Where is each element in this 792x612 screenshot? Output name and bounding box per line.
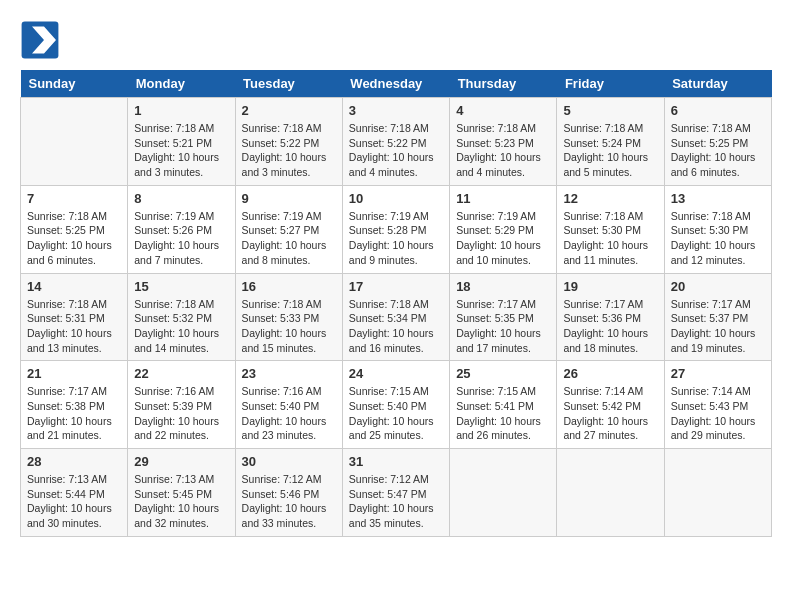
day-info: Sunrise: 7:18 AM Sunset: 5:21 PM Dayligh…	[134, 121, 228, 180]
calendar-cell	[664, 449, 771, 537]
calendar-cell: 11Sunrise: 7:19 AM Sunset: 5:29 PM Dayli…	[450, 185, 557, 273]
day-number: 28	[27, 454, 121, 469]
calendar-cell	[450, 449, 557, 537]
calendar-header: SundayMondayTuesdayWednesdayThursdayFrid…	[21, 70, 772, 98]
day-number: 19	[563, 279, 657, 294]
calendar-body: 1Sunrise: 7:18 AM Sunset: 5:21 PM Daylig…	[21, 98, 772, 537]
day-info: Sunrise: 7:18 AM Sunset: 5:25 PM Dayligh…	[671, 121, 765, 180]
day-number: 10	[349, 191, 443, 206]
day-number: 6	[671, 103, 765, 118]
calendar-cell: 7Sunrise: 7:18 AM Sunset: 5:25 PM Daylig…	[21, 185, 128, 273]
day-info: Sunrise: 7:16 AM Sunset: 5:40 PM Dayligh…	[242, 384, 336, 443]
day-number: 5	[563, 103, 657, 118]
day-number: 4	[456, 103, 550, 118]
calendar-cell: 12Sunrise: 7:18 AM Sunset: 5:30 PM Dayli…	[557, 185, 664, 273]
calendar-cell: 16Sunrise: 7:18 AM Sunset: 5:33 PM Dayli…	[235, 273, 342, 361]
calendar-cell: 23Sunrise: 7:16 AM Sunset: 5:40 PM Dayli…	[235, 361, 342, 449]
day-info: Sunrise: 7:18 AM Sunset: 5:24 PM Dayligh…	[563, 121, 657, 180]
day-info: Sunrise: 7:18 AM Sunset: 5:33 PM Dayligh…	[242, 297, 336, 356]
day-number: 9	[242, 191, 336, 206]
day-number: 1	[134, 103, 228, 118]
day-info: Sunrise: 7:19 AM Sunset: 5:27 PM Dayligh…	[242, 209, 336, 268]
weekday-header-tuesday: Tuesday	[235, 70, 342, 98]
weekday-header-sunday: Sunday	[21, 70, 128, 98]
day-number: 17	[349, 279, 443, 294]
day-info: Sunrise: 7:19 AM Sunset: 5:28 PM Dayligh…	[349, 209, 443, 268]
day-number: 20	[671, 279, 765, 294]
week-row-5: 28Sunrise: 7:13 AM Sunset: 5:44 PM Dayli…	[21, 449, 772, 537]
day-info: Sunrise: 7:18 AM Sunset: 5:25 PM Dayligh…	[27, 209, 121, 268]
weekday-header-friday: Friday	[557, 70, 664, 98]
day-info: Sunrise: 7:19 AM Sunset: 5:29 PM Dayligh…	[456, 209, 550, 268]
day-info: Sunrise: 7:18 AM Sunset: 5:30 PM Dayligh…	[563, 209, 657, 268]
day-info: Sunrise: 7:18 AM Sunset: 5:31 PM Dayligh…	[27, 297, 121, 356]
weekday-header-row: SundayMondayTuesdayWednesdayThursdayFrid…	[21, 70, 772, 98]
calendar-cell: 24Sunrise: 7:15 AM Sunset: 5:40 PM Dayli…	[342, 361, 449, 449]
calendar-cell: 1Sunrise: 7:18 AM Sunset: 5:21 PM Daylig…	[128, 98, 235, 186]
day-number: 29	[134, 454, 228, 469]
calendar-cell: 9Sunrise: 7:19 AM Sunset: 5:27 PM Daylig…	[235, 185, 342, 273]
day-number: 13	[671, 191, 765, 206]
day-number: 8	[134, 191, 228, 206]
day-number: 30	[242, 454, 336, 469]
day-info: Sunrise: 7:13 AM Sunset: 5:44 PM Dayligh…	[27, 472, 121, 531]
day-info: Sunrise: 7:18 AM Sunset: 5:30 PM Dayligh…	[671, 209, 765, 268]
week-row-4: 21Sunrise: 7:17 AM Sunset: 5:38 PM Dayli…	[21, 361, 772, 449]
day-number: 2	[242, 103, 336, 118]
day-info: Sunrise: 7:14 AM Sunset: 5:43 PM Dayligh…	[671, 384, 765, 443]
calendar-cell: 27Sunrise: 7:14 AM Sunset: 5:43 PM Dayli…	[664, 361, 771, 449]
day-info: Sunrise: 7:18 AM Sunset: 5:32 PM Dayligh…	[134, 297, 228, 356]
calendar-cell: 15Sunrise: 7:18 AM Sunset: 5:32 PM Dayli…	[128, 273, 235, 361]
calendar-cell: 30Sunrise: 7:12 AM Sunset: 5:46 PM Dayli…	[235, 449, 342, 537]
day-number: 15	[134, 279, 228, 294]
weekday-header-thursday: Thursday	[450, 70, 557, 98]
calendar-cell: 8Sunrise: 7:19 AM Sunset: 5:26 PM Daylig…	[128, 185, 235, 273]
calendar-cell: 4Sunrise: 7:18 AM Sunset: 5:23 PM Daylig…	[450, 98, 557, 186]
calendar-cell: 29Sunrise: 7:13 AM Sunset: 5:45 PM Dayli…	[128, 449, 235, 537]
day-number: 11	[456, 191, 550, 206]
day-number: 3	[349, 103, 443, 118]
calendar-cell: 14Sunrise: 7:18 AM Sunset: 5:31 PM Dayli…	[21, 273, 128, 361]
calendar-cell: 2Sunrise: 7:18 AM Sunset: 5:22 PM Daylig…	[235, 98, 342, 186]
day-number: 25	[456, 366, 550, 381]
week-row-2: 7Sunrise: 7:18 AM Sunset: 5:25 PM Daylig…	[21, 185, 772, 273]
calendar-cell: 17Sunrise: 7:18 AM Sunset: 5:34 PM Dayli…	[342, 273, 449, 361]
day-number: 26	[563, 366, 657, 381]
calendar-cell: 28Sunrise: 7:13 AM Sunset: 5:44 PM Dayli…	[21, 449, 128, 537]
day-info: Sunrise: 7:15 AM Sunset: 5:40 PM Dayligh…	[349, 384, 443, 443]
calendar-cell: 3Sunrise: 7:18 AM Sunset: 5:22 PM Daylig…	[342, 98, 449, 186]
day-info: Sunrise: 7:17 AM Sunset: 5:38 PM Dayligh…	[27, 384, 121, 443]
day-info: Sunrise: 7:16 AM Sunset: 5:39 PM Dayligh…	[134, 384, 228, 443]
weekday-header-wednesday: Wednesday	[342, 70, 449, 98]
day-number: 23	[242, 366, 336, 381]
day-number: 14	[27, 279, 121, 294]
day-number: 12	[563, 191, 657, 206]
day-info: Sunrise: 7:18 AM Sunset: 5:22 PM Dayligh…	[349, 121, 443, 180]
day-number: 16	[242, 279, 336, 294]
day-number: 31	[349, 454, 443, 469]
calendar-cell: 19Sunrise: 7:17 AM Sunset: 5:36 PM Dayli…	[557, 273, 664, 361]
calendar-cell: 25Sunrise: 7:15 AM Sunset: 5:41 PM Dayli…	[450, 361, 557, 449]
calendar-cell: 6Sunrise: 7:18 AM Sunset: 5:25 PM Daylig…	[664, 98, 771, 186]
calendar-cell	[21, 98, 128, 186]
day-number: 22	[134, 366, 228, 381]
day-info: Sunrise: 7:13 AM Sunset: 5:45 PM Dayligh…	[134, 472, 228, 531]
day-info: Sunrise: 7:18 AM Sunset: 5:34 PM Dayligh…	[349, 297, 443, 356]
day-info: Sunrise: 7:19 AM Sunset: 5:26 PM Dayligh…	[134, 209, 228, 268]
calendar-cell: 31Sunrise: 7:12 AM Sunset: 5:47 PM Dayli…	[342, 449, 449, 537]
day-info: Sunrise: 7:17 AM Sunset: 5:35 PM Dayligh…	[456, 297, 550, 356]
day-info: Sunrise: 7:14 AM Sunset: 5:42 PM Dayligh…	[563, 384, 657, 443]
page-header	[20, 20, 772, 60]
day-info: Sunrise: 7:15 AM Sunset: 5:41 PM Dayligh…	[456, 384, 550, 443]
calendar-cell: 21Sunrise: 7:17 AM Sunset: 5:38 PM Dayli…	[21, 361, 128, 449]
day-info: Sunrise: 7:18 AM Sunset: 5:23 PM Dayligh…	[456, 121, 550, 180]
week-row-3: 14Sunrise: 7:18 AM Sunset: 5:31 PM Dayli…	[21, 273, 772, 361]
calendar-cell: 26Sunrise: 7:14 AM Sunset: 5:42 PM Dayli…	[557, 361, 664, 449]
week-row-1: 1Sunrise: 7:18 AM Sunset: 5:21 PM Daylig…	[21, 98, 772, 186]
day-info: Sunrise: 7:18 AM Sunset: 5:22 PM Dayligh…	[242, 121, 336, 180]
calendar-cell	[557, 449, 664, 537]
day-number: 27	[671, 366, 765, 381]
logo	[20, 20, 62, 60]
calendar-table: SundayMondayTuesdayWednesdayThursdayFrid…	[20, 70, 772, 537]
calendar-cell: 5Sunrise: 7:18 AM Sunset: 5:24 PM Daylig…	[557, 98, 664, 186]
